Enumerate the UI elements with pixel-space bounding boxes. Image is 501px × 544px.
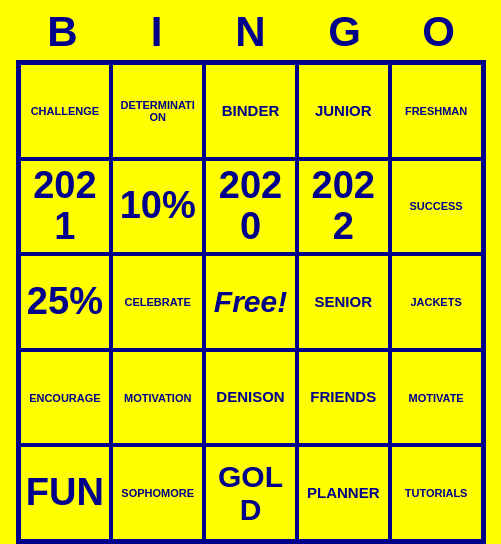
cell-text: DENISON — [216, 389, 284, 406]
bingo-cell: FRESHMAN — [390, 63, 483, 159]
bingo-cell: SENIOR — [297, 254, 390, 350]
cell-text: GOLD — [210, 460, 291, 526]
bingo-cell: MOTIVATE — [390, 350, 483, 446]
cell-text: CHALLENGE — [31, 105, 99, 117]
bingo-cell: 2021 — [19, 159, 112, 255]
bingo-cell: PLANNER — [297, 445, 390, 541]
bingo-cell: Free! — [204, 254, 297, 350]
cell-text: TUTORIALS — [405, 487, 468, 499]
cell-text: 25% — [27, 281, 103, 323]
cell-text: SENIOR — [315, 294, 373, 311]
bingo-cell: 2020 — [204, 159, 297, 255]
cell-text: MOTIVATION — [124, 392, 191, 404]
bingo-grid: CHALLENGEDETERMINATIONBINDERJUNIORFRESHM… — [16, 60, 486, 544]
bingo-cell: CELEBRATE — [111, 254, 204, 350]
cell-text: FRIENDS — [310, 389, 376, 406]
bingo-cell: ENCOURAGE — [19, 350, 112, 446]
header-letter: G — [305, 8, 385, 56]
bingo-cell: MOTIVATION — [111, 350, 204, 446]
cell-text: FUN — [26, 472, 104, 514]
bingo-cell: GOLD — [204, 445, 297, 541]
cell-text: DETERMINATION — [117, 99, 198, 123]
bingo-header: BINGO — [16, 0, 486, 60]
header-letter: O — [399, 8, 479, 56]
cell-text: ENCOURAGE — [29, 392, 101, 404]
header-letter: N — [211, 8, 291, 56]
bingo-cell: TUTORIALS — [390, 445, 483, 541]
bingo-cell: DENISON — [204, 350, 297, 446]
bingo-cell: 2022 — [297, 159, 390, 255]
cell-text: 10% — [120, 185, 196, 227]
cell-text: MOTIVATE — [408, 392, 463, 404]
bingo-cell: SUCCESS — [390, 159, 483, 255]
cell-text: CELEBRATE — [124, 296, 190, 308]
cell-text: SUCCESS — [410, 200, 463, 212]
cell-text: JUNIOR — [315, 103, 372, 120]
bingo-cell: FUN — [19, 445, 112, 541]
header-letter: B — [23, 8, 103, 56]
cell-text: JACKETS — [410, 296, 461, 308]
bingo-cell: JACKETS — [390, 254, 483, 350]
bingo-cell: BINDER — [204, 63, 297, 159]
cell-text: 2021 — [25, 165, 106, 249]
cell-text: FRESHMAN — [405, 105, 467, 117]
header-letter: I — [117, 8, 197, 56]
bingo-cell: FRIENDS — [297, 350, 390, 446]
cell-text: Free! — [214, 285, 287, 318]
cell-text: BINDER — [222, 103, 280, 120]
cell-text: 2022 — [303, 165, 384, 249]
bingo-cell: 10% — [111, 159, 204, 255]
bingo-cell: 25% — [19, 254, 112, 350]
bingo-cell: CHALLENGE — [19, 63, 112, 159]
bingo-cell: JUNIOR — [297, 63, 390, 159]
bingo-cell: SOPHOMORE — [111, 445, 204, 541]
cell-text: SOPHOMORE — [121, 487, 194, 499]
cell-text: 2020 — [210, 165, 291, 249]
cell-text: PLANNER — [307, 485, 380, 502]
bingo-cell: DETERMINATION — [111, 63, 204, 159]
